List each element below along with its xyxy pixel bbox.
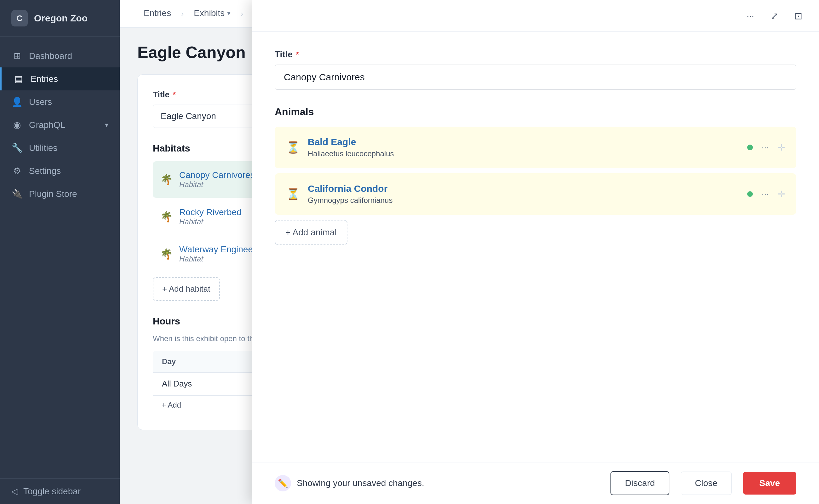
sidebar-item-label: GraphQL (29, 120, 65, 130)
dashboard-icon: ⊞ (11, 51, 23, 61)
external-link-icon: ⤢ (770, 10, 778, 21)
unsaved-indicator: ✏️ Showing your unsaved changes. (275, 475, 599, 491)
habitat-icon: 🌴 (160, 174, 173, 186)
external-link-button[interactable]: ⤢ (766, 8, 782, 24)
panel-title-label: Title * (275, 49, 796, 60)
utilities-icon: 🔧 (11, 143, 23, 153)
sidebar-item-label: Utilities (29, 143, 57, 153)
sidebar-logo: C Oregon Zoo (0, 0, 120, 37)
animal-active-dot (747, 191, 753, 197)
panel-required-star: * (296, 50, 299, 60)
discard-button[interactable]: Discard (610, 471, 669, 495)
animal-card-bald-eagle: ⏳ Bald Eagle Haliaeetus leucocephalus ··… (275, 127, 796, 168)
more-options-button[interactable]: ··· (742, 8, 759, 24)
sidebar-item-graphql[interactable]: ◉ GraphQL ▾ (0, 113, 120, 136)
sidebar-item-utilities[interactable]: 🔧 Utilities (0, 136, 120, 159)
exhibits-chevron-icon: ▾ (227, 9, 231, 17)
habitat-icon: 🌴 (160, 211, 173, 223)
panel-title-field: Title * (275, 49, 796, 90)
unsaved-icon: ✏️ (275, 475, 291, 491)
animal-name: Bald Eagle (308, 137, 740, 147)
panel-title-input[interactable] (275, 65, 796, 90)
panel-body: Title * Animals ⏳ Bald Eagle Haliaeetus … (252, 32, 819, 462)
add-habitat-button[interactable]: + Add habitat (153, 277, 220, 301)
users-icon: 👤 (11, 97, 23, 107)
entries-icon: ▤ (13, 74, 24, 84)
sidebar-item-settings[interactable]: ⚙ Settings (0, 159, 120, 182)
animal-active-dot (747, 145, 753, 150)
layout-icon: ⊡ (794, 10, 802, 21)
nav-entries[interactable]: Entries (135, 0, 180, 27)
animal-drag-handle[interactable]: ✛ (778, 142, 785, 153)
animal-more-button[interactable]: ··· (759, 140, 771, 155)
animal-scientific-name: Gymnogyps californianus (308, 196, 740, 205)
close-button[interactable]: Close (681, 472, 732, 495)
animal-name: California Condor (308, 183, 740, 194)
nav-separator: › (181, 9, 184, 18)
animal-card-california-condor: ⏳ California Condor Gymnogyps california… (275, 173, 796, 215)
sidebar-item-label: Users (29, 97, 52, 107)
animals-label: Animals (275, 106, 796, 118)
plugin-icon: 🔌 (11, 189, 23, 199)
nav-exhibits[interactable]: Exhibits ▾ (185, 0, 239, 27)
habitat-icon: 🌴 (160, 248, 173, 260)
animal-drag-handle[interactable]: ✛ (778, 189, 785, 199)
toggle-sidebar-label: Toggle sidebar (23, 486, 81, 496)
required-star: * (173, 90, 176, 100)
chevron-down-icon: ▾ (105, 121, 108, 129)
settings-icon: ⚙ (11, 166, 23, 176)
toggle-sidebar-button[interactable]: ◁ Toggle sidebar (0, 478, 120, 504)
sidebar-item-label: Settings (29, 166, 61, 176)
side-panel: ··· ⤢ ⊡ Title * Animals ⏳ Bald Eagle Hal… (252, 0, 819, 504)
sidebar-item-label: Plugin Store (29, 189, 77, 199)
panel-footer: ✏️ Showing your unsaved changes. Discard… (252, 462, 819, 504)
animal-more-button[interactable]: ··· (759, 186, 771, 202)
save-button[interactable]: Save (743, 472, 796, 495)
animal-status-icon: ⏳ (286, 187, 300, 201)
sidebar-item-label: Entries (31, 74, 58, 84)
animal-status-icon: ⏳ (286, 141, 300, 154)
unsaved-text: Showing your unsaved changes. (297, 478, 424, 488)
app-name: Oregon Zoo (34, 13, 88, 24)
nav-separator-2: › (241, 9, 243, 18)
sidebar-item-plugin-store[interactable]: 🔌 Plugin Store (0, 182, 120, 205)
pencil-icon: ✏️ (278, 478, 288, 488)
sidebar-item-label: Dashboard (29, 51, 72, 61)
graphql-icon: ◉ (11, 120, 23, 130)
app-logo-icon: C (11, 10, 28, 26)
layout-toggle-button[interactable]: ⊡ (790, 8, 806, 24)
sidebar: C Oregon Zoo ⊞ Dashboard ▤ Entries 👤 Use… (0, 0, 120, 504)
sidebar-nav: ⊞ Dashboard ▤ Entries 👤 Users ◉ GraphQL … (0, 37, 120, 478)
add-animal-button[interactable]: + Add animal (275, 220, 347, 245)
sidebar-item-users[interactable]: 👤 Users (0, 90, 120, 113)
sidebar-item-entries[interactable]: ▤ Entries (0, 67, 120, 90)
animal-scientific-name: Haliaeetus leucocephalus (308, 149, 740, 158)
toggle-sidebar-icon: ◁ (11, 486, 18, 496)
more-icon: ··· (747, 11, 754, 21)
panel-toolbar: ··· ⤢ ⊡ (252, 0, 819, 32)
sidebar-item-dashboard[interactable]: ⊞ Dashboard (0, 44, 120, 67)
